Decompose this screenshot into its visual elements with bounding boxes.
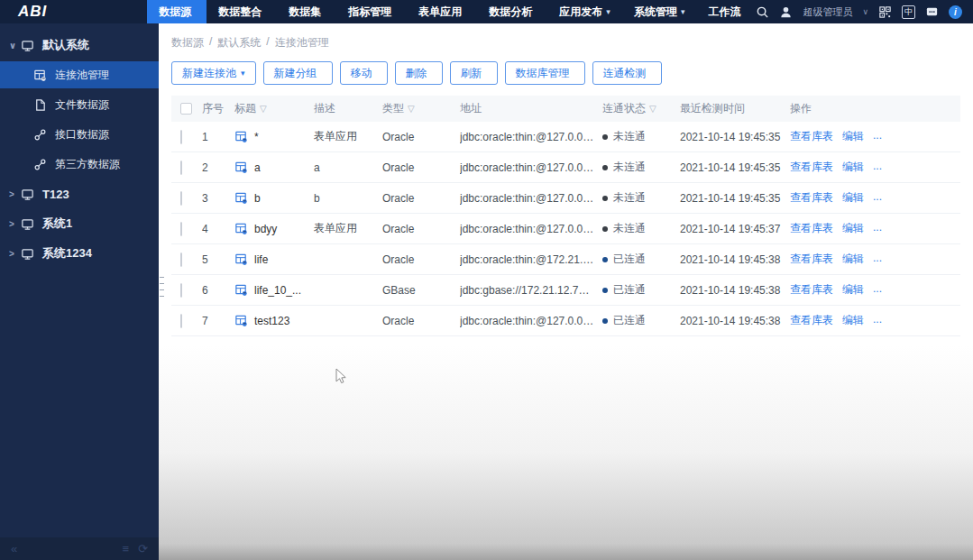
- view-tables-link[interactable]: 查看库表: [790, 252, 833, 267]
- row-checkbox[interactable]: [180, 314, 182, 328]
- toolbar-button[interactable]: 新建连接池 ▾: [171, 61, 256, 85]
- current-user-name[interactable]: 超级管理员: [803, 5, 852, 19]
- cell-title[interactable]: *: [254, 131, 259, 143]
- tree-expand-chevron-icon[interactable]: >: [9, 219, 21, 229]
- column-header[interactable]: 操作: [790, 101, 960, 116]
- nav-tab[interactable]: 工作流: [696, 0, 756, 23]
- sidebar-tree-item[interactable]: 接口数据源: [0, 121, 159, 148]
- edit-link[interactable]: 编辑: [842, 221, 864, 236]
- tree-expand-chevron-icon[interactable]: >: [9, 249, 21, 259]
- column-header-label: 类型: [382, 101, 404, 116]
- search-icon[interactable]: [756, 5, 769, 19]
- breadcrumb-item[interactable]: 数据源: [171, 35, 204, 50]
- toolbar-button[interactable]: 连通检测: [592, 61, 662, 85]
- edit-link[interactable]: 编辑: [842, 282, 864, 298]
- sidebar-tree-item[interactable]: ∨ 默认系统: [0, 32, 159, 59]
- nav-tab[interactable]: 数据整合: [207, 0, 277, 23]
- more-actions-link[interactable]: ...: [873, 160, 882, 175]
- sidebar-tree-item[interactable]: 连接池管理: [0, 61, 159, 88]
- toolbar-button[interactable]: 刷新: [450, 61, 498, 85]
- column-header[interactable]: 序号: [202, 101, 234, 116]
- qr-code-icon[interactable]: [878, 5, 892, 19]
- view-tables-link[interactable]: 查看库表: [790, 190, 833, 206]
- sidebar-tree-item[interactable]: > T123: [0, 180, 159, 207]
- row-checkbox[interactable]: [180, 283, 182, 298]
- column-header-label: 序号: [202, 101, 224, 116]
- nav-tab[interactable]: 数据集: [277, 0, 336, 23]
- breadcrumb-item[interactable]: 连接池管理: [275, 35, 329, 50]
- tree-expand-chevron-icon[interactable]: >: [9, 189, 21, 199]
- message-icon[interactable]: [925, 5, 939, 19]
- cell-title[interactable]: b: [254, 192, 261, 205]
- cell-connection-status: 未连通: [602, 190, 680, 206]
- cell-title[interactable]: life: [254, 253, 268, 266]
- row-checkbox[interactable]: [180, 161, 182, 175]
- row-checkbox[interactable]: [180, 130, 182, 144]
- cell-operations: 查看库表 编辑 ...: [790, 313, 960, 328]
- sidebar-tree-item[interactable]: 文件数据源: [0, 91, 159, 118]
- filter-icon[interactable]: ▽: [260, 104, 267, 114]
- view-tables-link[interactable]: 查看库表: [790, 221, 833, 236]
- view-tables-link[interactable]: 查看库表: [790, 313, 833, 328]
- language-switch-icon[interactable]: 中: [902, 5, 915, 19]
- collapse-sidebar-icon[interactable]: «: [11, 542, 17, 555]
- row-checkbox[interactable]: [180, 222, 182, 236]
- column-header[interactable]: 描述: [314, 101, 382, 116]
- tree-expand-chevron-icon[interactable]: ∨: [9, 41, 21, 50]
- more-actions-link[interactable]: ...: [873, 190, 882, 206]
- more-actions-link[interactable]: ...: [873, 313, 882, 328]
- sidebar-tree-item[interactable]: > 系统1: [0, 210, 159, 237]
- refresh-icon[interactable]: ⟳: [138, 542, 148, 555]
- breadcrumb-item[interactable]: 默认系统: [217, 35, 261, 50]
- toolbar-button[interactable]: 删除: [395, 61, 443, 85]
- filter-icon[interactable]: ▽: [408, 104, 415, 114]
- user-menu-chevron-icon[interactable]: ∨: [862, 7, 868, 16]
- view-tables-link[interactable]: 查看库表: [790, 129, 833, 144]
- cell-type: Oracle: [382, 223, 460, 235]
- list-icon[interactable]: ≡: [123, 542, 130, 555]
- status-label: 未连通: [613, 160, 646, 175]
- cell-title[interactable]: life_10_...: [254, 284, 301, 297]
- column-header-label: 标题: [234, 101, 256, 116]
- column-header[interactable]: 地址: [460, 101, 602, 116]
- edit-link[interactable]: 编辑: [842, 190, 864, 206]
- view-tables-link[interactable]: 查看库表: [790, 160, 833, 175]
- nav-tab[interactable]: 数据分析: [477, 0, 547, 23]
- nav-tab[interactable]: 数据源: [147, 0, 207, 23]
- more-actions-link[interactable]: ...: [873, 282, 882, 298]
- edit-link[interactable]: 编辑: [842, 129, 864, 144]
- edit-link[interactable]: 编辑: [842, 252, 864, 267]
- cell-title[interactable]: a: [254, 161, 261, 174]
- row-checkbox[interactable]: [180, 252, 182, 267]
- chevron-down-icon: ▾: [606, 7, 610, 16]
- toolbar-button[interactable]: 新建分组: [263, 61, 333, 85]
- toolbar-button[interactable]: 数据库管理: [505, 61, 585, 85]
- sidebar-tree-item[interactable]: 第三方数据源: [0, 151, 159, 178]
- more-actions-link[interactable]: ...: [873, 252, 882, 267]
- toolbar-button[interactable]: 移动: [340, 61, 388, 85]
- sidebar-tree-item[interactable]: > 系统1234: [0, 240, 159, 267]
- select-all-checkbox[interactable]: [180, 103, 192, 115]
- edit-link[interactable]: 编辑: [842, 160, 864, 175]
- info-icon[interactable]: i: [949, 5, 962, 19]
- nav-tab[interactable]: 指标管理: [336, 0, 407, 23]
- view-tables-link[interactable]: 查看库表: [790, 282, 833, 298]
- column-header[interactable]: 最近检测时间: [680, 101, 790, 116]
- cell-title[interactable]: bdyy: [254, 223, 277, 235]
- nav-tab[interactable]: 应用发布 ▾: [547, 0, 622, 23]
- panel-resize-grip[interactable]: [159, 275, 165, 298]
- more-actions-link[interactable]: ...: [873, 129, 882, 144]
- user-avatar-icon[interactable]: [779, 5, 793, 19]
- column-header[interactable]: 类型 ▽: [382, 101, 460, 116]
- column-header[interactable]: 标题 ▽: [234, 101, 314, 116]
- column-header[interactable]: 连通状态 ▽: [602, 101, 680, 116]
- nav-tab[interactable]: 系统管理 ▾: [622, 0, 697, 23]
- edit-link[interactable]: 编辑: [842, 313, 864, 328]
- row-checkbox[interactable]: [180, 191, 182, 206]
- filter-icon[interactable]: ▽: [649, 104, 656, 114]
- connection-pool-icon: [234, 191, 248, 205]
- more-actions-link[interactable]: ...: [873, 221, 882, 236]
- nav-tab[interactable]: 表单应用: [407, 0, 477, 23]
- cell-title[interactable]: test123: [254, 315, 289, 327]
- toolbar-button-label: 移动: [351, 66, 372, 81]
